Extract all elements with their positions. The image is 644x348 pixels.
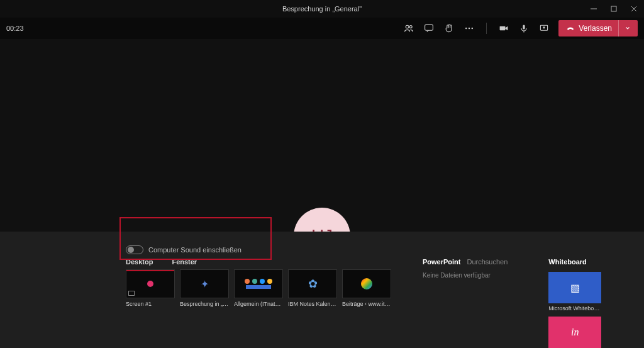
mic-icon[interactable] (518, 23, 530, 34)
window-section-label[interactable]: Fenster (172, 258, 197, 266)
share-icon[interactable] (538, 23, 550, 34)
svg-rect-1 (611, 6, 616, 11)
share-thumb-window[interactable]: ✿ IBM Notes Kalender - Ei... (288, 269, 337, 307)
leave-button[interactable]: Verlassen (558, 20, 638, 36)
powerpoint-label: PowerPoint (423, 258, 461, 266)
more-icon[interactable] (464, 23, 475, 34)
maximize-button[interactable] (604, 0, 624, 18)
svg-point-9 (472, 28, 474, 30)
whiteboard-label: Whiteboard (548, 258, 601, 266)
invision-icon: in (571, 327, 579, 338)
raise-hand-icon[interactable] (443, 23, 455, 34)
participants-icon[interactable] (403, 23, 414, 34)
thumb-caption: Besprechung in „General... (180, 301, 229, 307)
leave-label: Verlassen (579, 24, 612, 33)
svg-rect-6 (425, 25, 433, 30)
close-button[interactable] (624, 0, 644, 18)
tile-caption: Microsoft Whiteboard (548, 305, 601, 312)
camera-icon[interactable] (498, 23, 509, 34)
thumb-caption: Screen #1 (126, 301, 175, 307)
whiteboard-tile-invision[interactable]: in Freehand von InVision (548, 317, 601, 348)
window-controls (584, 0, 644, 18)
powerpoint-empty-msg: Keine Dateien verfügbar (423, 272, 508, 279)
meeting-timer: 00:23 (6, 25, 24, 32)
svg-point-8 (469, 28, 470, 30)
desktop-section-label[interactable]: Desktop (126, 258, 153, 266)
svg-rect-11 (523, 25, 525, 29)
chat-icon[interactable] (423, 23, 435, 34)
share-thumb-window[interactable]: Allgemein (ITnator Test) |... (234, 269, 283, 307)
share-thumb-window[interactable]: ✦ Besprechung in „General... (180, 269, 229, 307)
meeting-stage: HJ Computer Sound einschließen Desktop F… (0, 39, 644, 348)
leave-chevron-icon[interactable] (618, 20, 630, 36)
thumb-caption: Beiträge ‹ www.itnator.n... (342, 301, 391, 307)
powerpoint-browse[interactable]: Durchsuchen (467, 258, 508, 266)
minimize-button[interactable] (584, 0, 604, 18)
svg-rect-10 (500, 26, 506, 30)
svg-point-7 (465, 28, 467, 30)
share-thumb-screen[interactable]: Screen #1 (126, 269, 175, 307)
svg-point-4 (406, 25, 409, 28)
computer-sound-toggle[interactable] (126, 245, 143, 254)
whiteboard-tile-ms[interactable]: ▧ Microsoft Whiteboard (548, 272, 601, 312)
thumb-caption: Allgemein (ITnator Test) |... (234, 301, 283, 307)
whiteboard-icon: ▧ (570, 282, 580, 294)
share-thumb-window[interactable]: Beiträge ‹ www.itnator.n... (342, 269, 391, 307)
computer-sound-label: Computer Sound einschließen (148, 246, 242, 254)
svg-point-5 (409, 26, 412, 28)
titlebar: Besprechung in „General" (0, 0, 644, 18)
meeting-toolbar: 00:23 Verlassen (0, 18, 644, 39)
window-title: Besprechung in „General" (282, 5, 362, 13)
share-tray: Computer Sound einschließen Desktop Fens… (0, 232, 644, 348)
thumb-caption: IBM Notes Kalender - Ei... (288, 301, 337, 307)
